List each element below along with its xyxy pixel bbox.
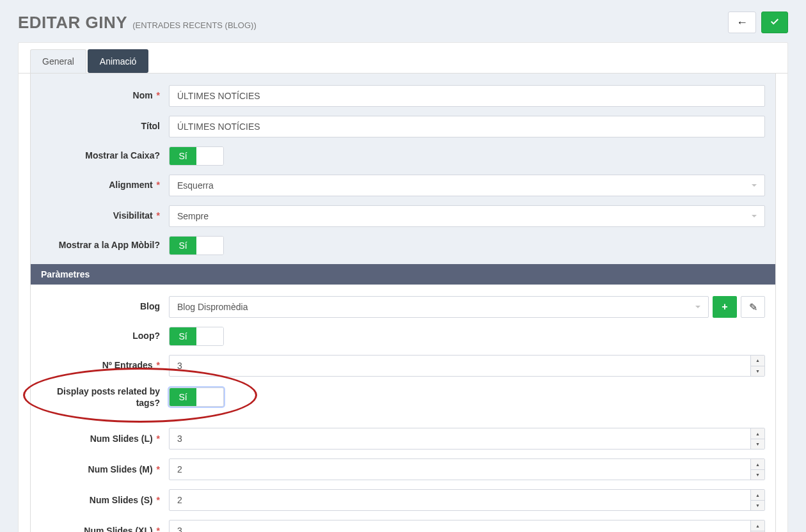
check-icon	[770, 17, 780, 29]
label-slides-m: Num Slides (M) *	[41, 464, 169, 476]
loop-toggle[interactable]: Sí	[169, 327, 224, 346]
label-nom: Nom *	[41, 90, 169, 102]
spin-up-icon[interactable]: ▲	[751, 428, 764, 439]
blog-value: Blog Dispromèdia	[177, 302, 248, 312]
label-mostrar-app: Mostrar a la App Mòbil?	[41, 240, 169, 251]
arrow-left-icon: ←	[736, 16, 748, 29]
label-alignment: Alignment *	[41, 180, 169, 191]
alignment-select[interactable]: Esquerra	[169, 175, 765, 196]
tab-animation[interactable]: Animació	[88, 49, 149, 73]
blog-edit-button[interactable]: ✎	[741, 296, 765, 318]
page-title-main: EDITAR GINY	[18, 13, 127, 33]
label-slides-xl: Num Slides (XL) *	[41, 526, 169, 532]
spin-down-icon[interactable]: ▼	[751, 366, 764, 377]
alignment-value: Esquerra	[177, 180, 214, 191]
slides-l-input[interactable]: 3 ▲▼	[169, 428, 765, 450]
label-n-entrades: Nº Entrades *	[41, 360, 169, 372]
titol-input[interactable]	[169, 116, 765, 137]
page-title: EDITAR GINY (ENTRADES RECENTS (BLOG))	[18, 13, 257, 33]
slides-s-input[interactable]: 2 ▲▼	[169, 489, 765, 511]
spin-down-icon[interactable]: ▼	[751, 470, 764, 480]
save-button[interactable]	[761, 12, 788, 33]
label-titol: Títol	[41, 121, 169, 132]
visibilitat-select[interactable]: Sempre	[169, 205, 765, 227]
caret-down-icon	[752, 184, 757, 187]
spin-down-icon[interactable]: ▼	[751, 501, 764, 511]
spin-up-icon[interactable]: ▲	[751, 356, 764, 366]
caret-down-icon	[752, 215, 757, 217]
slides-m-input[interactable]: 2 ▲▼	[169, 458, 765, 480]
mostrar-caixa-toggle[interactable]: Sí	[169, 146, 224, 166]
label-slides-s: Num Slides (S) *	[41, 495, 169, 506]
mostrar-app-toggle[interactable]: Sí	[169, 236, 224, 255]
label-visibilitat: Visibilitat *	[41, 210, 169, 222]
spin-up-icon[interactable]: ▲	[751, 520, 764, 531]
plus-icon: +	[722, 301, 727, 313]
tab-general[interactable]: General	[30, 49, 86, 73]
visibilitat-value: Sempre	[177, 211, 209, 221]
label-slides-l: Num Slides (L) *	[41, 434, 169, 445]
nom-input[interactable]	[169, 85, 765, 107]
spin-down-icon[interactable]: ▼	[751, 439, 764, 450]
blog-add-button[interactable]: +	[713, 296, 737, 318]
page-title-sub: (ENTRADES RECENTS (BLOG))	[132, 20, 257, 30]
parametres-section-header: Paràmetres	[31, 264, 775, 285]
label-loop: Loop?	[41, 331, 169, 342]
back-button[interactable]: ←	[728, 12, 756, 33]
blog-select[interactable]: Blog Dispromèdia	[169, 296, 709, 318]
spin-up-icon[interactable]: ▲	[751, 490, 764, 501]
n-entrades-input[interactable]: 3 ▲▼	[169, 355, 765, 377]
label-mostrar-caixa: Mostrar la Caixa?	[41, 150, 169, 162]
pencil-icon: ✎	[749, 301, 757, 313]
label-blog: Blog	[41, 301, 169, 313]
caret-down-icon	[695, 306, 700, 308]
slides-xl-input[interactable]: 3 ▲▼	[169, 520, 765, 532]
posts-related-toggle[interactable]: Sí	[169, 387, 224, 407]
label-posts-related: Display posts related by tags?	[41, 386, 169, 409]
spin-up-icon[interactable]: ▲	[751, 459, 764, 470]
